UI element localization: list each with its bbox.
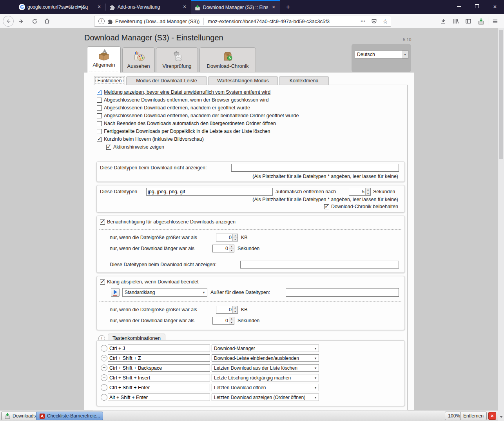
menu-hamburger-icon[interactable] [490, 16, 500, 26]
spinner-down-icon[interactable]: ▼ [233, 238, 237, 241]
shortcut-keys-input[interactable] [108, 354, 210, 362]
spinner-down-icon[interactable]: ▼ [229, 321, 234, 325]
close-statusbar-button[interactable]: × [488, 412, 496, 420]
checkbox-row-doubleclick-remove[interactable]: Fertiggestellte Downloads per Doppelklic… [97, 129, 270, 134]
page-actions-icon[interactable]: ••• [361, 19, 365, 23]
subtab-warteschlangen-modus[interactable]: Warteschlangen-Modus [208, 76, 278, 85]
browser-tab-addons[interactable]: Add-ons-Verwaltung × [106, 0, 191, 14]
checkbox[interactable] [97, 137, 102, 142]
tab-aussehen[interactable]: Aussehen [122, 47, 155, 72]
auto-remove-filetypes-input[interactable] [146, 188, 273, 196]
shortcut-action-select[interactable]: Download-Leiste einblenden/ausblenden ▾ [212, 354, 319, 362]
spinner-down-icon[interactable]: ▼ [233, 310, 237, 314]
checkbox[interactable] [97, 129, 102, 134]
downloads-button[interactable]: Downloads [1, 412, 39, 420]
reload-button[interactable] [29, 16, 40, 27]
spinner-down-icon[interactable]: ▼ [366, 192, 370, 196]
page-info-icon[interactable]: i [98, 18, 105, 24]
sidebar-icon[interactable] [463, 16, 473, 26]
checkbox-row-keep-history[interactable]: Download-Chronik beibehalten [324, 204, 398, 209]
subtab-download-leiste-modus[interactable]: Modus der Download-Leiste [126, 76, 207, 85]
checkbox-row-open-parent-folder[interactable]: Nach Beenden des Downloads automatisch d… [97, 121, 276, 126]
checkbox[interactable] [97, 113, 102, 118]
remove-shortcut-button[interactable]: − [101, 345, 107, 352]
tab-virenpruefung[interactable]: Virenprüfung [156, 47, 198, 72]
downloads-toolbar-icon[interactable] [438, 16, 448, 26]
checkbox[interactable] [97, 105, 102, 111]
checkbox-row-remove-after-folder-open[interactable]: Abgeschlossenen Download entfernen, nach… [97, 113, 299, 118]
spinner-up-icon[interactable]: ▲ [233, 306, 237, 310]
tab-download-chronik[interactable]: Download-Chronik [199, 47, 256, 72]
min-filesize-spinner[interactable]: 0 ▲▼ [216, 234, 238, 241]
remove-shortcut-button[interactable]: − [101, 374, 107, 381]
back-button[interactable] [3, 16, 14, 27]
tab-close-icon[interactable]: × [181, 4, 188, 11]
shortcut-action-select[interactable]: Letzten Download anzeigen (Ordner öffnen… [212, 394, 319, 401]
url-bar[interactable]: i Erweiterung (Dow...ad Manager (S3)) mo… [94, 16, 391, 27]
subtab-kontextmenue[interactable]: Kontextmenü [279, 76, 329, 85]
shortcut-keys-input[interactable] [108, 394, 210, 401]
browser-tab-google[interactable]: G google.com/url?sa=t&rct=j&q × [16, 0, 106, 14]
window-maximize-button[interactable] [468, 0, 486, 13]
browser-tab-download-manager[interactable]: Download Manager (S3) :: Einst × [191, 0, 280, 14]
sound-except-input[interactable] [286, 288, 399, 297]
checkbox-row-tooltip-hover[interactable]: Kurzinfo beim Hovern (inklusive Bildvors… [97, 136, 204, 142]
notification-filetypes-input[interactable] [240, 261, 399, 269]
shortcut-keys-input[interactable] [108, 345, 210, 352]
checkbox-row-confirm-delete[interactable]: Meldung anzeigen, bevor eine Datei unwid… [97, 89, 270, 95]
spinner-up-icon[interactable]: ▲ [233, 234, 237, 238]
play-sound-button[interactable] [111, 288, 120, 297]
sound-min-duration-spinner[interactable]: 0 ▲▼ [212, 317, 234, 325]
remove-shortcut-button[interactable]: − [101, 355, 107, 361]
spinner-up-icon[interactable]: ▲ [229, 317, 234, 321]
pocket-icon[interactable] [371, 18, 377, 24]
shortcut-action-select[interactable]: Letzten Download öffnen ▾ [212, 384, 319, 391]
shortcut-keys-input[interactable] [108, 374, 210, 381]
subtab-funktionen[interactable]: Funktionen [94, 76, 125, 85]
spinner-up-icon[interactable]: ▲ [229, 245, 234, 249]
checkbox-row-remove-after-open[interactable]: Abgeschlossenen Download entfernen, nach… [97, 105, 250, 111]
sound-select[interactable]: Standardklang ▾ [122, 288, 207, 297]
scrollbar-down-arrow[interactable] [500, 416, 503, 418]
checkbox-row-remove-on-close[interactable]: Abgeschlossene Downloads entfernen, wenn… [97, 97, 268, 103]
scrollbar-thumb[interactable] [499, 30, 503, 159]
language-select[interactable]: Deutsch ▾ [355, 50, 408, 59]
sound-min-filesize-spinner[interactable]: 0 ▲▼ [216, 306, 238, 314]
checkbox-row-play-sound[interactable]: Klang abspielen, wenn Download beendet [100, 279, 199, 285]
checkbox-row-action-hints[interactable]: Aktionshinweise zeigen [106, 144, 164, 150]
seconds-spinner[interactable]: 5 ▲▼ [349, 188, 371, 196]
remove-shortcut-button[interactable]: − [101, 394, 107, 401]
page-scrollbar[interactable] [498, 28, 504, 421]
new-tab-button[interactable]: + [283, 2, 293, 12]
shortcut-action-select[interactable]: Download-Manager ▾ [212, 345, 319, 352]
checkbox[interactable] [97, 90, 102, 95]
library-icon[interactable] [451, 16, 461, 26]
spinner-up-icon[interactable]: ▲ [366, 188, 370, 192]
tab-close-icon[interactable]: × [270, 4, 277, 11]
shortcut-keys-input[interactable] [108, 384, 210, 391]
bookmark-star-icon[interactable]: ☆ [383, 18, 388, 25]
forward-button[interactable] [16, 16, 27, 27]
min-duration-spinner[interactable]: 0 ▲▼ [212, 245, 234, 252]
checkbox[interactable] [100, 279, 105, 285]
remove-shortcut-button[interactable]: − [101, 365, 107, 371]
spinner-down-icon[interactable]: ▼ [229, 249, 234, 252]
shortcut-action-select[interactable]: Letzten Download aus der Liste löschen ▾ [212, 364, 319, 372]
tab-allgemein[interactable]: Allgemein [87, 46, 121, 73]
checkbox[interactable] [324, 204, 329, 209]
window-minimize-button[interactable] [450, 0, 468, 13]
remove-downloads-button[interactable]: Entfernen [460, 412, 487, 420]
checkbox[interactable] [106, 145, 111, 150]
remove-shortcut-button[interactable]: − [101, 384, 107, 391]
checkbox[interactable] [97, 98, 102, 103]
shortcut-keys-input[interactable] [108, 364, 210, 372]
download-item-checkliste[interactable]: Checkliste-Barrierefreie... [36, 412, 103, 420]
tab-close-icon[interactable]: × [96, 4, 103, 11]
home-button[interactable] [42, 16, 53, 27]
checkbox[interactable] [100, 220, 105, 225]
window-close-button[interactable]: × [486, 0, 504, 13]
download-manager-addon-icon[interactable] [476, 16, 486, 26]
checkbox-row-show-notification[interactable]: Benachrichtigung für abgeschlossene Down… [100, 219, 236, 225]
hide-filetypes-input[interactable] [231, 164, 399, 172]
shortcut-action-select[interactable]: Letzte Löschung rückgängig machen ▾ [212, 374, 319, 381]
